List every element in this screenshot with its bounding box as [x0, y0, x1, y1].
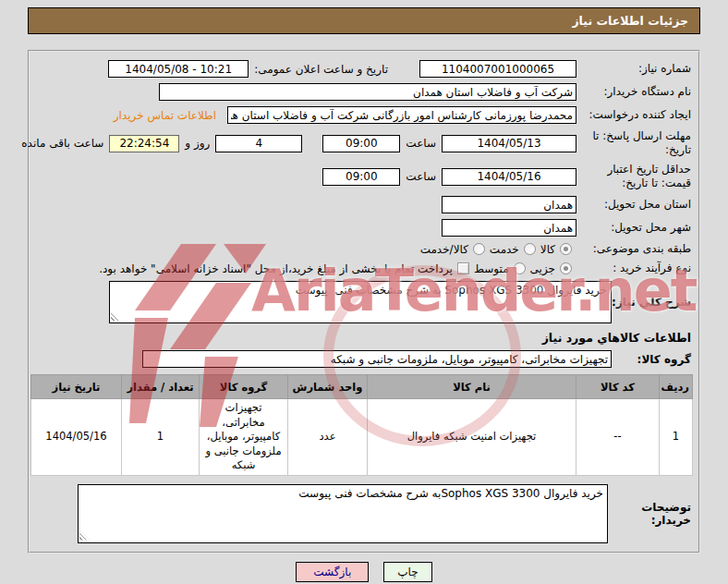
goods-table: ردیف کد کالا نام کالا واحد شمارش گروه کا…	[30, 374, 693, 476]
announce-datetime-input[interactable]	[108, 60, 249, 78]
cell-quantity: 1	[122, 399, 200, 476]
need-desc-row: شرح کلي نیاز: خرید فایروال Sophos XGS 33…	[35, 278, 693, 326]
need-details-panel: شماره نیاز: تاریخ و ساعت اعلان عمومی: نا…	[28, 50, 700, 554]
process-type-label: نوع فرآیند خرید :	[576, 262, 691, 275]
need-desc-textarea[interactable]: خرید فایروال Sophos XGS 3300 به شرح مشخص…	[109, 281, 612, 323]
need-desc-label: شرح کلي نیاز:	[612, 296, 691, 309]
radio-service[interactable]	[524, 243, 536, 255]
buyer-org-row: نام دستگاه خریدار:	[35, 80, 693, 103]
request-creator-input[interactable]	[227, 106, 576, 124]
price-validity-time-input[interactable]	[322, 168, 400, 186]
remaining-hours-label: ساعت باقی مانده	[21, 137, 103, 150]
buyer-org-label: نام دستگاه خریدار:	[576, 85, 691, 99]
price-validity-date-input[interactable]	[442, 168, 576, 186]
cell-item-name: تجهیزات امنیت شبکه فایروال	[368, 399, 576, 476]
price-validity-label: حداقل تاریخ اعتبار قیمت: تا تاریخ:	[576, 163, 691, 190]
col-row-number: ردیف	[660, 375, 693, 399]
remaining-days-input[interactable]	[215, 135, 302, 152]
request-creator-label: ایجاد کننده درخواست:	[576, 108, 691, 122]
radio-medium[interactable]	[514, 262, 526, 274]
countdown-input[interactable]	[109, 135, 179, 152]
buyer-notes-label: توضیحات خریدار:	[608, 501, 691, 527]
need-number-row: شماره نیاز: تاریخ و ساعت اعلان عمومی:	[35, 57, 693, 80]
col-item-code: کد کالا	[576, 375, 660, 399]
col-item-group: گروه کالا	[200, 375, 288, 399]
subject-class-row: طبقه بندی موضوعی: کالا خدمت کالا/خدمت	[35, 239, 693, 259]
reply-deadline-label: مهلت ارسال پاسخ: تا تاریخ:	[576, 129, 691, 157]
request-creator-row: ایجاد کننده درخواست: اطلاعات تماس خریدار	[35, 103, 693, 127]
buyer-notes-textarea[interactable]: خرید فایروال Sophos XGS 3300به شرح مشخصا…	[78, 484, 608, 543]
days-and-label: روز و	[185, 137, 210, 150]
goods-table-header-row: ردیف کد کالا نام کالا واحد شمارش گروه کا…	[31, 375, 693, 399]
radio-goods[interactable]	[560, 243, 572, 255]
page: { "header": { "title": "جزئیات اطلاعات ن…	[0, 0, 728, 584]
province-row: استان محل تحویل:	[35, 193, 693, 216]
goods-table-row: 1 -- تجهیزات امنیت شبکه فایروال عدد تجهی…	[31, 399, 693, 476]
print-button[interactable]: چاپ	[383, 562, 431, 582]
buyer-org-input[interactable]	[159, 83, 576, 101]
need-number-input[interactable]	[419, 60, 576, 78]
city-label: شهر محل تحویل:	[576, 221, 691, 235]
button-bar: چاپ بازگشت	[0, 562, 728, 582]
cell-need-date: 1404/05/16	[31, 399, 122, 476]
buyer-notes-wrap: خرید فایروال Sophos XGS 3300به شرح مشخصا…	[78, 484, 608, 543]
page-title: جزئیات اطلاعات نیاز	[28, 7, 700, 34]
back-button[interactable]: بازگشت	[296, 562, 369, 582]
radio-minor-label: جزیی	[530, 262, 555, 275]
cell-unit: عدد	[288, 399, 368, 476]
goods-info-section-title: اطلاعات کالاهاي مورد نیاز	[35, 326, 693, 347]
process-type-row: نوع فرآیند خرید : جزیی متوسط پرداخت تمام…	[35, 259, 693, 278]
need-number-label: شماره نیاز:	[576, 62, 691, 76]
subject-class-label: طبقه بندی موضوعی:	[576, 242, 691, 256]
price-validity-row: حداقل تاریخ اعتبار قیمت: تا تاریخ: ساعت	[35, 160, 693, 193]
buyer-contact-link[interactable]: اطلاعات تماس خریدار	[114, 109, 216, 122]
treasury-docs-label: پرداخت تمام یا بخشی از مبلغ خرید،از محل …	[99, 262, 453, 275]
radio-goods-service-label: کالا/خدمت	[420, 243, 468, 256]
cell-item-code: --	[576, 399, 660, 476]
province-input[interactable]	[442, 196, 576, 213]
col-item-name: نام کالا	[368, 375, 576, 399]
cell-row-number: 1	[660, 399, 693, 476]
city-input[interactable]	[442, 219, 576, 237]
reply-deadline-date-input[interactable]	[442, 135, 576, 152]
goods-group-label: گروه کالا:	[612, 353, 691, 366]
goods-group-input[interactable]	[142, 350, 612, 368]
reply-deadline-time-input[interactable]	[322, 135, 400, 152]
cell-item-group: تجهیزات مخابراتی، کامپیوتر، موبایل، ملزو…	[200, 399, 288, 476]
col-need-date: تاریخ نیاز	[31, 375, 122, 399]
reply-hour-label: ساعت	[406, 137, 436, 150]
announce-label: تاریخ و ساعت اعلان عمومی:	[254, 63, 388, 76]
radio-medium-label: متوسط	[474, 262, 509, 275]
radio-minor[interactable]	[560, 262, 572, 274]
radio-goods-label: کالا	[540, 243, 555, 256]
col-quantity: تعداد / مقدار	[122, 375, 200, 399]
radio-goods-service[interactable]	[473, 243, 485, 255]
need-desc-wrap: خرید فایروال Sophos XGS 3300 به شرح مشخص…	[109, 281, 612, 323]
reply-deadline-row: مهلت ارسال پاسخ: تا تاریخ: ساعت روز و سا…	[35, 127, 693, 160]
city-row: شهر محل تحویل:	[35, 216, 693, 239]
goods-group-row: گروه کالا:	[35, 347, 693, 371]
radio-service-label: خدمت	[490, 243, 519, 256]
price-hour-label: ساعت	[406, 170, 436, 183]
province-label: استان محل تحویل:	[576, 198, 691, 212]
buyer-notes-row: توضیحات خریدار: خرید فایروال Sophos XGS …	[35, 481, 693, 546]
treasury-docs-checkbox[interactable]	[457, 262, 469, 274]
col-unit: واحد شمارش	[288, 375, 368, 399]
